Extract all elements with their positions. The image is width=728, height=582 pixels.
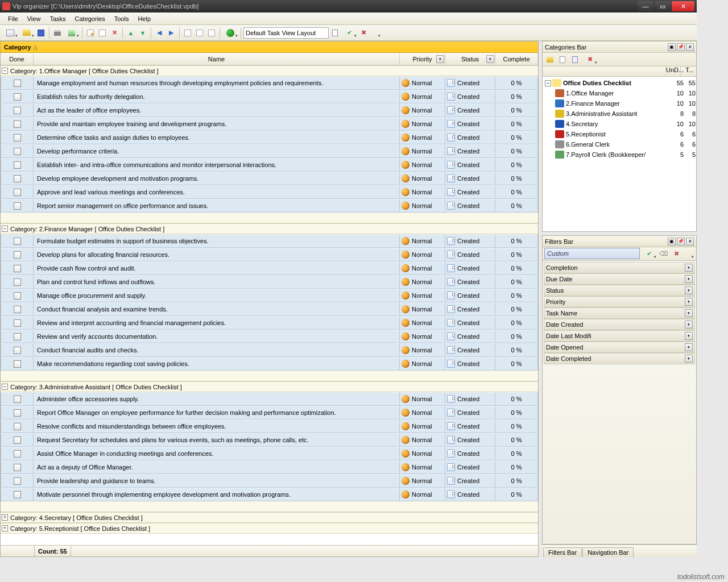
- filter-row[interactable]: Completion▾: [544, 262, 695, 273]
- menu-tasks[interactable]: Tasks: [45, 14, 70, 23]
- filter-row[interactable]: Priority▾: [544, 296, 695, 307]
- filter-preset-select[interactable]: Custom: [544, 248, 640, 259]
- filter-row[interactable]: Date Created▾: [544, 319, 695, 330]
- filter-dropdown[interactable]: ▾: [685, 286, 693, 294]
- done-checkbox[interactable]: [14, 265, 21, 272]
- task-row[interactable]: Review and verify accounts documentation…: [1, 330, 538, 343]
- task-row[interactable]: Provide cash flow control and audit.Norm…: [1, 261, 538, 275]
- cat-props-button[interactable]: [569, 54, 581, 65]
- tb-icon-2[interactable]: [194, 27, 205, 39]
- done-checkbox[interactable]: [14, 333, 21, 340]
- cat-edit-button[interactable]: [557, 54, 568, 65]
- filter-apply-button[interactable]: ✔▾: [641, 248, 657, 260]
- tb-icon-1[interactable]: [182, 27, 193, 39]
- done-checkbox[interactable]: [14, 278, 21, 286]
- filter-delete-button[interactable]: ✖: [671, 248, 682, 260]
- refresh-button[interactable]: ▾: [222, 27, 238, 39]
- done-checkbox[interactable]: [14, 491, 21, 498]
- menu-file[interactable]: File: [3, 14, 23, 23]
- done-checkbox[interactable]: [14, 409, 21, 417]
- panel-pin-button[interactable]: 📌: [677, 238, 685, 246]
- categories-tree[interactable]: –Office Duties Checklist55551.Office Man…: [543, 77, 696, 231]
- filter-row[interactable]: Status▾: [544, 285, 695, 296]
- indent-out-button[interactable]: ◀: [154, 27, 165, 39]
- filter-dropdown[interactable]: ▾: [685, 309, 693, 317]
- done-checkbox[interactable]: [14, 251, 21, 259]
- done-checkbox[interactable]: [14, 347, 21, 354]
- task-row[interactable]: Act as the leader of office employees.No…: [1, 103, 538, 117]
- done-checkbox[interactable]: [14, 120, 21, 128]
- group-row[interactable]: –Category: 1.Office Manager [ Office Dut…: [1, 65, 538, 76]
- priority-filter-dropdown[interactable]: ▾: [436, 55, 444, 63]
- close-button[interactable]: ✕: [672, 1, 694, 11]
- task-row[interactable]: Request Secretary for schedules and plan…: [1, 433, 538, 447]
- menu-tools[interactable]: Tools: [110, 14, 134, 23]
- task-row[interactable]: Conduct financial analysis and examine t…: [1, 302, 538, 316]
- done-checkbox[interactable]: [14, 450, 21, 458]
- status-filter-dropdown[interactable]: ▾: [486, 55, 494, 63]
- done-checkbox[interactable]: [14, 360, 21, 368]
- task-row[interactable]: Establish rules for authority delegation…: [1, 90, 538, 103]
- task-row[interactable]: Develop plans for allocating financial r…: [1, 248, 538, 261]
- filter-dropdown[interactable]: ▾: [685, 343, 693, 351]
- panel-restore-button[interactable]: ▣: [668, 238, 676, 246]
- edit-task-button[interactable]: [97, 27, 108, 39]
- col-done[interactable]: Done: [1, 53, 34, 65]
- tree-node[interactable]: 3.Administrative Assistant88: [543, 109, 696, 119]
- layout-apply-button[interactable]: ✔▾: [341, 27, 357, 39]
- filter-menu-button[interactable]: ▾: [683, 248, 694, 260]
- tree-node[interactable]: 4.Secretary1010: [543, 119, 696, 129]
- open-button[interactable]: ▾: [19, 27, 35, 39]
- delete-task-button[interactable]: ✕: [109, 27, 120, 39]
- done-checkbox[interactable]: [14, 202, 21, 210]
- filter-dropdown[interactable]: ▾: [685, 332, 693, 340]
- filter-clear-button[interactable]: ⌫: [658, 248, 669, 260]
- done-checkbox[interactable]: [14, 396, 21, 403]
- done-checkbox[interactable]: [14, 107, 21, 114]
- task-row[interactable]: Motivate personnel through implementing …: [1, 488, 538, 501]
- done-checkbox[interactable]: [14, 175, 21, 182]
- task-row[interactable]: Establish inter- and intra-office commun…: [1, 158, 538, 172]
- col-priority[interactable]: Priority▾: [400, 53, 445, 65]
- task-row[interactable]: Provide leadership and guidance to teams…: [1, 474, 538, 488]
- col-status[interactable]: Status▾: [445, 53, 495, 65]
- filter-row[interactable]: Date Last Modifi▾: [544, 330, 695, 342]
- done-checkbox[interactable]: [14, 319, 21, 327]
- done-checkbox[interactable]: [14, 464, 21, 471]
- task-row[interactable]: Report senior management on office perfo…: [1, 199, 538, 213]
- collapse-icon[interactable]: –: [2, 384, 8, 390]
- task-row[interactable]: Resolve conflicts and misunderstandings …: [1, 419, 538, 433]
- task-row[interactable]: Plan and control fund inflows and outflo…: [1, 275, 538, 289]
- filter-row[interactable]: Date Opened▾: [544, 342, 695, 353]
- expand-icon[interactable]: +: [2, 525, 8, 531]
- bottom-tab[interactable]: Filters Bar: [543, 547, 582, 557]
- save-button[interactable]: [35, 27, 47, 39]
- filter-dropdown[interactable]: ▾: [685, 275, 693, 283]
- panel-pin-button[interactable]: 📌: [677, 43, 685, 51]
- collapse-icon[interactable]: –: [2, 226, 8, 232]
- filter-dropdown[interactable]: ▾: [685, 321, 693, 329]
- done-checkbox[interactable]: [14, 189, 21, 196]
- task-row[interactable]: Manage employment and human resources th…: [1, 76, 538, 90]
- group-by-header[interactable]: Category △: [1, 41, 538, 53]
- new-db-button[interactable]: ▾: [2, 27, 18, 39]
- tree-node[interactable]: –Office Duties Checklist5555: [543, 78, 696, 88]
- layout-menu-button[interactable]: ▾: [370, 27, 381, 39]
- task-row[interactable]: Conduct financial audits and checks.Norm…: [1, 343, 538, 357]
- task-row[interactable]: Develop performance criteria.NormalCreat…: [1, 144, 538, 158]
- layout-delete-button[interactable]: ✖: [358, 27, 369, 39]
- filter-row[interactable]: Due Date▾: [544, 273, 695, 285]
- filter-dropdown[interactable]: ▾: [685, 298, 693, 306]
- task-row[interactable]: Make recommendations regarding cost savi…: [1, 357, 538, 371]
- done-checkbox[interactable]: [14, 306, 21, 313]
- tree-node[interactable]: 6.General Clerk66: [543, 139, 696, 149]
- tree-node[interactable]: 1.Office Manager1010: [543, 88, 696, 98]
- indent-in-button[interactable]: ▶: [166, 27, 177, 39]
- layout-select[interactable]: Default Task View Layout: [243, 27, 329, 39]
- bottom-tab[interactable]: Navigation Bar: [582, 547, 634, 557]
- task-row[interactable]: Review and interpret accounting and fina…: [1, 316, 538, 330]
- tree-node[interactable]: 2.Finance Manager1010: [543, 98, 696, 109]
- tree-node[interactable]: 7.Payroll Clerk (Bookkeeper/55: [543, 149, 696, 160]
- group-row[interactable]: –Category: 2.Finance Manager [ Office Du…: [1, 223, 538, 234]
- done-checkbox[interactable]: [14, 161, 21, 169]
